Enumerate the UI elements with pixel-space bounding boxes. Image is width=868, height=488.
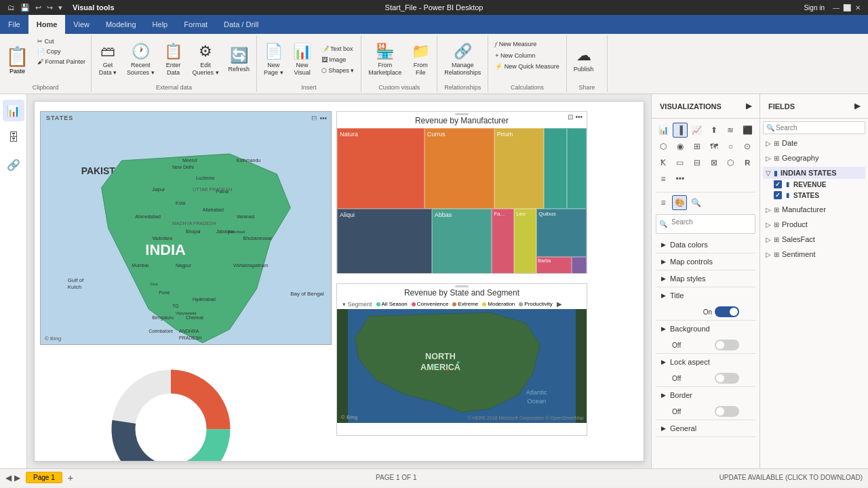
treemap-cell-natura[interactable]: Natura bbox=[337, 128, 425, 209]
treemap-cell-pirum[interactable]: Pirum bbox=[494, 128, 545, 209]
field-header-product[interactable]: ▷ ⊞ Product bbox=[763, 218, 865, 230]
viz-icon-gauge[interactable]: ⊙ bbox=[740, 139, 755, 154]
viz-icon-morevisuals[interactable]: ••• bbox=[673, 171, 688, 186]
publish-button[interactable]: ☁ Publish bbox=[570, 37, 598, 83]
accordion-header-data-colors[interactable]: ▶ Data colors bbox=[656, 237, 755, 253]
viz-icon-area[interactable]: ⬆ bbox=[707, 123, 722, 138]
border-toggle[interactable] bbox=[715, 406, 739, 417]
viz-icon-pie[interactable]: ◉ bbox=[673, 139, 688, 154]
field-header-manufacturer[interactable]: ▷ ⊞ Manufacturer bbox=[763, 203, 865, 216]
field-header-salesfact[interactable]: ▷ ⊞ SalesFact bbox=[763, 233, 865, 245]
viz-icon-bar[interactable]: 📊 bbox=[656, 123, 671, 138]
treemap-cell-abbas[interactable]: Abbas bbox=[432, 209, 492, 274]
accordion-header-background[interactable]: ▶ Background bbox=[656, 321, 755, 337]
treemap-cell-aliqui[interactable]: Aliqui bbox=[337, 209, 432, 274]
update-available-text[interactable]: UPDATE AVAILABLE (CLICK TO DOWNLOAD) bbox=[719, 474, 863, 481]
dropdown-btn[interactable]: ▾ bbox=[56, 3, 64, 13]
title-toggle[interactable] bbox=[715, 306, 739, 317]
redo-btn[interactable]: ↪ bbox=[45, 3, 55, 13]
treemap-cell-quibus[interactable]: Quibus bbox=[536, 209, 587, 257]
revenue-manufacturer-visual[interactable]: ⊡ ••• Revenue by Manufacturer Natura Cur… bbox=[336, 111, 587, 274]
viz-icon-line[interactable]: 📈 bbox=[690, 123, 705, 138]
sidebar-icon-report[interactable]: 📊 bbox=[3, 100, 24, 121]
rev-mfr-more-btn[interactable]: ••• bbox=[575, 113, 583, 121]
minimize-btn[interactable]: — bbox=[831, 3, 841, 12]
field-item-states[interactable]: ✓ ▮ STATES bbox=[763, 190, 865, 201]
viz-format-tab[interactable]: 🎨 bbox=[672, 195, 687, 210]
accordion-header-general[interactable]: ▶ General bbox=[656, 420, 755, 436]
sign-in-btn[interactable]: Sign in bbox=[798, 3, 830, 12]
treemap-cell-barba[interactable]: Barba bbox=[536, 257, 572, 274]
accordion-header-title[interactable]: ▶ Title bbox=[656, 287, 755, 304]
visualizations-tab[interactable]: VISUALIZATIONS ▶ bbox=[652, 94, 760, 118]
accordion-header-lock-aspect[interactable]: ▶ Lock aspect bbox=[656, 354, 755, 370]
viz-icon-scatter[interactable]: ⬡ bbox=[656, 139, 671, 154]
treemap-cell-empty2[interactable] bbox=[567, 128, 587, 209]
tab-file[interactable]: File bbox=[0, 15, 28, 34]
field-item-revenue[interactable]: ✓ ▮ REVENUE bbox=[763, 179, 865, 190]
fields-search-input[interactable] bbox=[774, 123, 863, 132]
treemap-cell-fa[interactable]: Fa... bbox=[492, 209, 514, 274]
background-toggle[interactable] bbox=[715, 340, 739, 350]
tab-help[interactable]: Help bbox=[144, 15, 176, 34]
field-header-geography[interactable]: ▷ ⊞ Geography bbox=[763, 152, 865, 164]
copy-button[interactable]: 📄 Copy bbox=[35, 47, 88, 56]
treemap-cell-empty1[interactable] bbox=[544, 128, 566, 209]
page-prev-btn[interactable]: ◀ bbox=[5, 473, 12, 483]
tab-modeling[interactable]: Modeling bbox=[98, 15, 144, 34]
viz-analytics-tab[interactable]: 🔍 bbox=[688, 195, 703, 210]
treemap-cell-currus[interactable]: Currus bbox=[425, 128, 494, 209]
new-page-button[interactable]: 📄 NewPage ▾ bbox=[260, 37, 288, 83]
viz-icon-kpi[interactable]: Ꝁ bbox=[656, 155, 671, 170]
viz-icon-funnel[interactable]: ⬡ bbox=[723, 155, 738, 170]
legend-arrow-btn[interactable]: ▶ bbox=[557, 300, 562, 308]
rev-mfr-focus-btn[interactable]: ⊡ bbox=[568, 113, 573, 121]
field-header-date[interactable]: ▷ ⊞ Date bbox=[763, 137, 865, 149]
page-next-btn[interactable]: ▶ bbox=[14, 473, 20, 483]
add-page-btn[interactable]: + bbox=[68, 472, 73, 483]
cut-button[interactable]: ✂ Cut bbox=[35, 37, 88, 46]
new-quick-measure-button[interactable]: ⚡ New Quick Measure bbox=[492, 62, 562, 71]
accordion-header-map-styles[interactable]: ▶ Map styles bbox=[656, 270, 755, 287]
viz-icon-donut[interactable]: ○ bbox=[723, 139, 738, 154]
file-icon[interactable]: 🗂 bbox=[5, 3, 17, 12]
paste-button[interactable]: 📋 Paste bbox=[3, 37, 32, 83]
field-header-indian-states[interactable]: ▽ ▮ INDIAN STATES bbox=[763, 167, 865, 179]
viz-icon-card[interactable]: ▭ bbox=[673, 155, 688, 170]
viz-icon-ribbon[interactable]: ≋ bbox=[723, 123, 738, 138]
donut-chart-visual[interactable]: East —— bbox=[100, 351, 242, 462]
viz-fields-tab[interactable]: ≡ bbox=[656, 195, 671, 210]
save-btn[interactable]: 💾 bbox=[18, 3, 32, 13]
viz-icon-treemap[interactable]: ⊞ bbox=[690, 139, 705, 154]
refresh-button[interactable]: 🔄 Refresh bbox=[224, 37, 254, 83]
viz-icon-map[interactable]: 🗺 bbox=[707, 139, 722, 154]
from-file-button[interactable]: 📁 FromFile bbox=[407, 37, 434, 83]
manage-relationships-button[interactable]: 🔗 ManageRelationships bbox=[440, 37, 485, 83]
field-header-sentiment[interactable]: ▷ ⊞ Sentiment bbox=[763, 248, 865, 260]
revenue-state-visual[interactable]: Revenue by State and Segment ▾ Segment A… bbox=[336, 283, 587, 436]
close-btn[interactable]: ✕ bbox=[853, 3, 863, 12]
enter-data-button[interactable]: 📋 EnterData bbox=[160, 37, 187, 83]
recent-sources-button[interactable]: 🕐 RecentSources ▾ bbox=[123, 37, 159, 83]
textbox-button[interactable]: 📝 Text box bbox=[319, 44, 357, 54]
sidebar-icon-relationships[interactable]: 🔗 bbox=[3, 154, 24, 176]
lock-aspect-toggle[interactable] bbox=[715, 373, 739, 384]
page-tab-1[interactable]: Page 1 bbox=[26, 472, 62, 483]
edit-queries-button[interactable]: ⚙ EditQueries ▾ bbox=[189, 37, 223, 83]
viz-icon-waterfall[interactable]: ⬛ bbox=[740, 123, 755, 138]
viz-icon-table[interactable]: ⊟ bbox=[690, 155, 705, 170]
accordion-header-border[interactable]: ▶ Border bbox=[656, 387, 755, 403]
get-data-button[interactable]: 🗃 GetData ▾ bbox=[94, 37, 121, 83]
tab-view[interactable]: View bbox=[65, 15, 98, 34]
restore-btn[interactable]: ⬜ bbox=[842, 3, 852, 12]
india-map-visual[interactable]: STATES ⊡ ••• PAKISTAN NEPAL INDIA bbox=[40, 111, 332, 345]
viz-icon-column[interactable]: ▐ bbox=[673, 123, 688, 138]
from-marketplace-button[interactable]: 🏪 FromMarketplace bbox=[364, 37, 406, 83]
legend-filter[interactable]: ▾ Segment bbox=[342, 301, 372, 308]
new-visual-button[interactable]: 📊 NewVisual bbox=[289, 37, 316, 83]
viz-icon-r[interactable]: R bbox=[740, 155, 755, 170]
shapes-button[interactable]: ⬡ Shapes ▾ bbox=[319, 66, 357, 75]
new-measure-button[interactable]: 𝑓 New Measure bbox=[492, 39, 539, 49]
treemap-cell-leo[interactable]: Leo bbox=[514, 209, 536, 274]
undo-btn[interactable]: ↩ bbox=[33, 3, 43, 13]
